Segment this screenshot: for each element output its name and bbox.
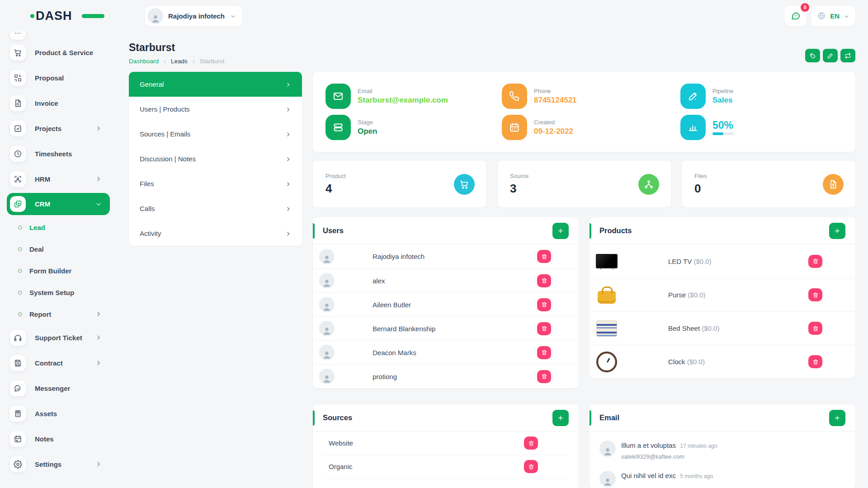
- overview-field-icon: [688, 122, 698, 133]
- app-logo-text: DASH: [36, 9, 72, 23]
- sidebar-item[interactable]: Messenger: [0, 375, 117, 401]
- email-time: 5 months ago: [680, 473, 713, 479]
- action-icon: [844, 52, 851, 59]
- delete-source-button[interactable]: [524, 436, 538, 450]
- delete-source-button[interactable]: [524, 460, 538, 473]
- delete-user-button[interactable]: [537, 274, 551, 287]
- lead-tab[interactable]: Files: [129, 171, 302, 196]
- sidebar-item[interactable]: Notes: [0, 426, 117, 451]
- product-name-text: LED TV: [668, 258, 692, 265]
- sidebar-item[interactable]: HRM: [0, 166, 117, 192]
- user-row: Bernard Blankenship: [313, 316, 579, 340]
- lead-tab-label: Calls: [140, 205, 155, 212]
- sidebar-item[interactable]: Deal: [0, 238, 117, 260]
- delete-product-button[interactable]: [808, 288, 822, 301]
- language-selector[interactable]: EN: [811, 6, 855, 26]
- lead-tab[interactable]: General: [129, 72, 302, 97]
- sidebar-item[interactable]: Contract: [0, 350, 117, 375]
- breadcrumb: Dashboard Leads Starburst: [129, 58, 225, 65]
- sidebar-item[interactable]: Assets: [0, 401, 117, 426]
- delete-user-button[interactable]: [537, 370, 551, 383]
- sidebar-item[interactable]: Projects: [0, 116, 117, 141]
- sidebar-item[interactable]: Lead: [0, 216, 117, 238]
- overview-field-icon-tile: [680, 84, 706, 109]
- sidebar-item-icon-tile: [10, 406, 26, 422]
- chevron-right-icon: [285, 81, 291, 87]
- stat-icon: [459, 179, 469, 189]
- source-row: Website: [323, 432, 569, 455]
- sidebar-item[interactable]: Settings: [0, 451, 117, 477]
- sidebar-item-icon: [14, 333, 22, 342]
- lead-tab[interactable]: Calls: [129, 196, 302, 221]
- sidebar-item[interactable]: CRM: [7, 193, 110, 215]
- sidebar-item-icon: [14, 124, 22, 133]
- avatar: [319, 345, 335, 360]
- lead-action-button[interactable]: [840, 49, 855, 62]
- sources-card-header: Sources: [313, 404, 579, 432]
- chevron-right-icon: [95, 360, 102, 366]
- users-card-header: Users: [313, 217, 579, 244]
- notification-badge: 0: [801, 3, 809, 12]
- breadcrumb-leads-link[interactable]: Leads: [171, 58, 188, 65]
- lead-tab[interactable]: Sources | Emails: [129, 122, 302, 146]
- lead-tab[interactable]: Discussion | Notes: [129, 146, 302, 171]
- sidebar-item[interactable]: Report: [0, 303, 117, 325]
- add-email-button[interactable]: [829, 410, 845, 426]
- overview-field-label: Stage: [358, 119, 377, 126]
- delete-product-button[interactable]: [808, 355, 822, 368]
- trash-icon: [528, 440, 534, 446]
- delete-product-button[interactable]: [808, 322, 822, 335]
- sidebar-item[interactable]: Form Builder: [0, 260, 117, 282]
- lead-action-button[interactable]: [805, 49, 820, 62]
- sources-card-title: Sources: [323, 413, 352, 422]
- source-name: Website: [329, 439, 353, 447]
- delete-user-button[interactable]: [537, 298, 551, 311]
- add-source-button[interactable]: [552, 410, 569, 426]
- stat-value: 0: [694, 182, 701, 195]
- user-icon: [321, 277, 333, 288]
- messages-button[interactable]: 0: [784, 6, 807, 26]
- sidebar-item-icon: [14, 99, 22, 108]
- lead-tab[interactable]: Users | Products: [129, 97, 302, 122]
- lead-action-button[interactable]: [823, 49, 838, 62]
- user-row: alex: [313, 268, 579, 292]
- stat-card: Files 0: [682, 161, 855, 207]
- delete-product-button[interactable]: [808, 255, 822, 268]
- sidebar-item[interactable]: Proposal: [0, 65, 117, 90]
- product-image: [596, 251, 618, 272]
- sidebar-item-icon: [14, 460, 22, 469]
- trash-icon: [541, 301, 547, 308]
- delete-user-button[interactable]: [537, 346, 551, 359]
- overview-field-icon: [509, 122, 520, 133]
- sidebar-subitem-bullet-icon: [18, 312, 22, 316]
- sidebar-item-icon-tile: [10, 171, 26, 187]
- breadcrumb-dashboard-link[interactable]: Dashboard: [129, 58, 159, 65]
- sidebar-item[interactable]: System Setup: [0, 282, 117, 303]
- progress-bar: [712, 132, 734, 135]
- language-code: EN: [830, 12, 840, 20]
- sidebar-item[interactable]: Product & Service: [0, 40, 117, 65]
- trash-icon: [541, 373, 547, 380]
- trash-icon: [812, 292, 819, 298]
- product-name: Clock ($0.0): [668, 358, 705, 366]
- plus-icon: [557, 227, 564, 235]
- user-icon: [321, 325, 333, 336]
- delete-user-button[interactable]: [537, 322, 551, 335]
- add-user-button[interactable]: [552, 223, 569, 239]
- trash-icon: [541, 277, 547, 284]
- sidebar-item-icon: [14, 48, 22, 57]
- sidebar-item[interactable]: Timesheets: [0, 141, 117, 166]
- lead-tab[interactable]: Activity: [129, 221, 302, 246]
- overview-field-icon-tile: [502, 84, 527, 109]
- sidebar-item-label: Form Builder: [29, 267, 71, 275]
- products-card-header: Products: [590, 217, 855, 244]
- product-row: LED TV ($0.0): [590, 244, 855, 278]
- add-product-button[interactable]: [829, 223, 845, 239]
- sidebar-item-label: HRM: [35, 175, 50, 183]
- lead-tab-label: Discussion | Notes: [140, 155, 196, 163]
- sidebar-item[interactable]: Invoice: [0, 90, 117, 116]
- page-title: Starburst: [129, 42, 225, 54]
- workspace-switcher[interactable]: Rajodiya infotech: [145, 6, 242, 26]
- delete-user-button[interactable]: [537, 250, 551, 263]
- sidebar-item[interactable]: Support Ticket: [0, 325, 117, 350]
